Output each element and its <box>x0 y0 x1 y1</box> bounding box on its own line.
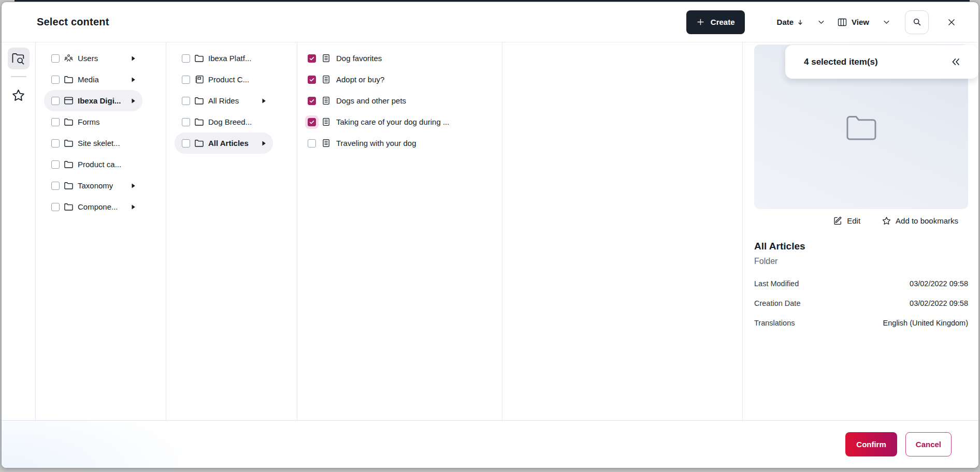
content-item-users[interactable]: Users <box>44 48 142 69</box>
content-item-traveling-with-your-dog[interactable]: Traveling with your dog <box>308 132 502 154</box>
item-checkbox[interactable] <box>182 97 190 105</box>
expand-arrow-icon[interactable] <box>261 140 267 146</box>
item-label: Taxonomy <box>78 181 113 190</box>
content-item-product-c[interactable]: Product C... <box>175 69 273 90</box>
item-checkbox[interactable] <box>308 139 316 148</box>
item-checkbox[interactable] <box>182 76 190 84</box>
item-checkbox[interactable] <box>308 97 316 105</box>
metadata-label: Creation Date <box>754 299 800 307</box>
close-button[interactable] <box>944 15 959 30</box>
content-item-ibexa-platf[interactable]: Ibexa Platf... <box>175 48 273 69</box>
content-item-compone[interactable]: Compone... <box>44 196 142 217</box>
content-item-dog-favorites[interactable]: Dog favorites <box>308 48 502 69</box>
search-icon <box>913 18 921 26</box>
metadata-row: TranslationsEnglish (United Kingdom) <box>754 319 968 327</box>
item-checkbox[interactable] <box>51 182 60 190</box>
item-label: Traveling with your dog <box>336 139 416 148</box>
expand-arrow-icon[interactable] <box>261 98 267 104</box>
chevron-down-icon <box>883 18 890 26</box>
content-item-forms[interactable]: Forms <box>44 111 142 132</box>
chevron-down-icon <box>817 18 825 26</box>
folder-search-icon <box>11 52 25 65</box>
content-item-all-rides[interactable]: All Rides <box>175 90 273 111</box>
view-dropdown[interactable]: View <box>838 18 890 26</box>
content-item-dog-breed[interactable]: Dog Breed... <box>175 111 273 132</box>
item-details-panel: 4 selected item(s) <box>743 42 978 420</box>
plus-icon <box>696 18 705 26</box>
item-checkbox[interactable] <box>51 139 60 148</box>
item-checkbox[interactable] <box>51 76 60 84</box>
bookmarks-tab-button[interactable] <box>8 84 30 106</box>
edit-button[interactable]: Edit <box>830 216 863 226</box>
item-checkbox[interactable] <box>308 118 316 126</box>
article-icon <box>321 75 331 84</box>
search-button[interactable] <box>905 10 929 34</box>
content-item-product-ca[interactable]: Product ca... <box>44 154 142 175</box>
folder-icon <box>194 96 204 105</box>
bookmark-star-icon <box>882 216 891 225</box>
metadata-label: Last Modified <box>754 279 799 288</box>
folder-icon <box>64 160 74 169</box>
item-checkbox[interactable] <box>51 203 60 211</box>
item-title: All Articles <box>754 241 968 252</box>
tree-column-3: Dog favoritesAdopt or buy?Dogs and other… <box>297 42 502 420</box>
expand-arrow-icon[interactable] <box>131 55 136 62</box>
create-button[interactable]: Create <box>686 10 745 34</box>
collapse-panel-button[interactable] <box>950 57 961 67</box>
tree-column-1: UsersMediaIbexa Digi...FormsSite skelet.… <box>36 42 166 420</box>
content-item-taking-care-of-your-dog-during[interactable]: Taking care of your dog during ... <box>308 111 502 132</box>
content-browser: UsersMediaIbexa Digi...FormsSite skelet.… <box>2 42 978 420</box>
item-label: Product ca... <box>78 160 121 169</box>
content-item-dogs-and-other-pets[interactable]: Dogs and other pets <box>308 90 502 111</box>
content-item-adopt-or-buy[interactable]: Adopt or buy? <box>308 69 502 90</box>
cancel-button[interactable]: Cancel <box>905 432 952 456</box>
item-checkbox[interactable] <box>182 139 190 148</box>
expand-arrow-icon[interactable] <box>131 77 136 83</box>
sort-dropdown-label: Date <box>777 18 794 26</box>
item-checkbox[interactable] <box>51 97 60 105</box>
item-label: Site skelet... <box>78 139 120 148</box>
content-item-ibexa-digi[interactable]: Ibexa Digi... <box>44 90 142 111</box>
tree-list-3: Dog favoritesAdopt or buy?Dogs and other… <box>297 48 502 154</box>
content-item-taxonomy[interactable]: Taxonomy <box>44 175 142 196</box>
article-icon <box>321 117 331 126</box>
item-label: Media <box>78 75 99 84</box>
tree-column-4-empty <box>502 42 743 420</box>
sort-dropdown[interactable]: Date <box>777 18 826 26</box>
content-item-media[interactable]: Media <box>44 69 142 90</box>
folder-icon <box>64 139 74 148</box>
item-type: Folder <box>754 257 968 266</box>
item-actions: Edit Add to bookmarks <box>754 216 968 226</box>
item-checkbox[interactable] <box>51 54 60 63</box>
confirm-button[interactable]: Confirm <box>845 432 897 456</box>
add-to-bookmarks-button[interactable]: Add to bookmarks <box>879 216 961 226</box>
modal-header: Select content Create Date <box>2 2 978 42</box>
view-dropdown-label: View <box>852 18 869 26</box>
folder-icon <box>194 117 204 126</box>
check-icon <box>309 77 315 83</box>
check-icon <box>309 98 315 104</box>
article-icon <box>321 96 331 105</box>
article-icon <box>321 54 331 63</box>
expand-arrow-icon[interactable] <box>131 204 136 210</box>
item-checkbox[interactable] <box>182 118 190 126</box>
browse-tab-button[interactable] <box>8 48 30 69</box>
item-label: Dog Breed... <box>208 117 252 126</box>
content-item-all-articles[interactable]: All Articles <box>175 132 273 154</box>
arrow-down-icon <box>797 19 804 26</box>
item-checkbox[interactable] <box>51 118 60 126</box>
item-label: Forms <box>78 117 100 126</box>
item-label: Compone... <box>78 202 118 211</box>
content-item-site-skelet[interactable]: Site skelet... <box>44 132 142 154</box>
metadata-value: English (United Kingdom) <box>883 319 968 327</box>
item-checkbox[interactable] <box>182 54 190 63</box>
item-checkbox[interactable] <box>308 76 316 84</box>
item-checkbox[interactable] <box>308 54 316 63</box>
item-label: Dogs and other pets <box>336 96 406 105</box>
expand-arrow-icon[interactable] <box>131 183 136 189</box>
item-checkbox[interactable] <box>51 160 60 169</box>
folder-icon <box>194 54 204 63</box>
item-label: Adopt or buy? <box>336 75 384 84</box>
item-label: Ibexa Platf... <box>208 54 251 63</box>
expand-arrow-icon[interactable] <box>131 98 136 104</box>
